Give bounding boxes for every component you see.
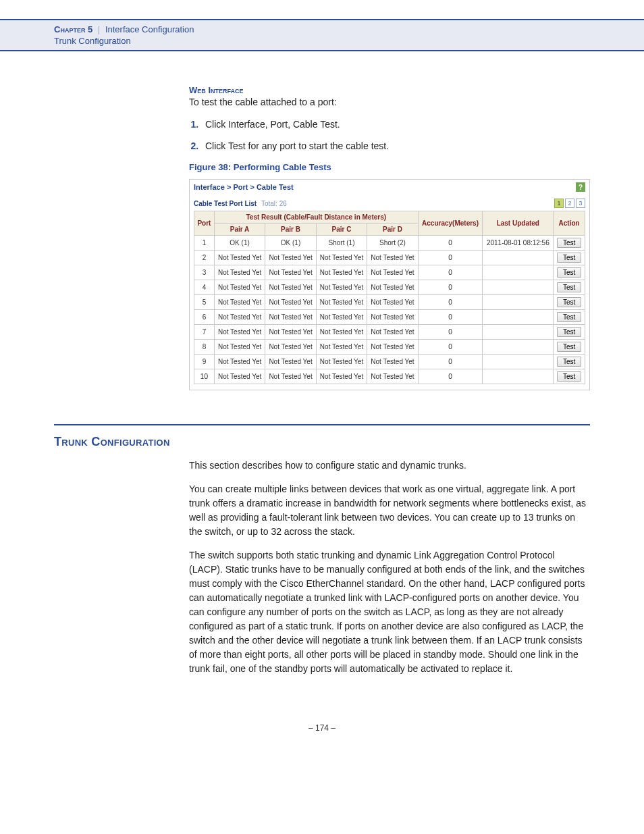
table-cell: Not Tested Yet [316, 340, 367, 355]
table-row: 3Not Tested YetNot Tested YetNot Tested … [194, 265, 585, 280]
test-button[interactable]: Test [557, 312, 581, 322]
table-cell: 3 [194, 265, 215, 280]
table-cell [483, 251, 554, 265]
table-row: 4Not Tested YetNot Tested YetNot Tested … [194, 280, 585, 295]
test-button[interactable]: Test [557, 357, 581, 367]
table-cell: 0 [418, 295, 483, 310]
table-cell: 8 [194, 340, 215, 355]
table-cell: Not Tested Yet [367, 340, 418, 355]
test-button[interactable]: Test [557, 371, 581, 382]
page-button-2[interactable]: 2 [565, 199, 574, 208]
table-cell: Not Tested Yet [214, 325, 265, 340]
table-cell [483, 310, 554, 325]
test-button[interactable]: Test [557, 297, 581, 307]
table-cell: Not Tested Yet [316, 310, 367, 325]
table-cell: Not Tested Yet [214, 280, 265, 295]
header-separator: | [98, 24, 100, 34]
col-group: Test Result (Cable/Fault Distance in Met… [214, 211, 418, 224]
table-cell: Not Tested Yet [265, 295, 316, 310]
action-cell: Test [554, 355, 585, 369]
table-row: 2Not Tested YetNot Tested YetNot Tested … [194, 251, 585, 265]
table-cell: Not Tested Yet [316, 355, 367, 369]
test-button[interactable]: Test [557, 327, 581, 337]
table-cell: 2 [194, 251, 215, 265]
table-cell: 10 [194, 369, 215, 384]
table-cell: Not Tested Yet [367, 295, 418, 310]
list-total-text: Total: 26 [261, 200, 287, 207]
table-cell: 1 [194, 236, 215, 251]
table-cell: Short (2) [367, 236, 418, 251]
table-cell: Not Tested Yet [265, 310, 316, 325]
table-cell: Not Tested Yet [214, 310, 265, 325]
section-divider [54, 424, 590, 425]
action-cell: Test [554, 340, 585, 355]
table-cell: Not Tested Yet [316, 325, 367, 340]
trunk-heading: Trunk Configuration [54, 435, 590, 449]
table-cell: 7 [194, 325, 215, 340]
table-cell: 2011-08-01 08:12:56 [483, 236, 554, 251]
table-cell: Not Tested Yet [265, 355, 316, 369]
table-cell: OK (1) [214, 236, 265, 251]
chapter-label: Chapter 5 [54, 24, 92, 34]
page-number: – 174 – [54, 723, 590, 733]
test-button[interactable]: Test [557, 267, 581, 278]
table-row: 1OK (1)OK (1)Short (1)Short (2)02011-08-… [194, 236, 585, 251]
table-cell: 0 [418, 236, 483, 251]
table-cell [483, 355, 554, 369]
pagination: 123 [553, 199, 585, 208]
steps-list: Click Interface, Port, Cable Test. Click… [189, 119, 590, 151]
table-cell: 0 [418, 355, 483, 369]
trunk-p2: You can create multiple links between de… [189, 482, 590, 539]
test-button[interactable]: Test [557, 342, 581, 352]
col-pair-c: Pair C [316, 224, 367, 236]
table-cell [483, 265, 554, 280]
action-cell: Test [554, 265, 585, 280]
action-cell: Test [554, 369, 585, 384]
col-pair-b: Pair B [265, 224, 316, 236]
table-cell: 6 [194, 310, 215, 325]
table-row: 7Not Tested YetNot Tested YetNot Tested … [194, 325, 585, 340]
table-cell: 4 [194, 280, 215, 295]
trunk-p3: The switch supports both static trunking… [189, 548, 590, 676]
table-cell: Not Tested Yet [316, 265, 367, 280]
table-cell: 0 [418, 310, 483, 325]
table-cell: Not Tested Yet [214, 340, 265, 355]
test-button[interactable]: Test [557, 253, 581, 263]
page-button-1[interactable]: 1 [554, 199, 564, 208]
table-cell: Not Tested Yet [265, 369, 316, 384]
table-cell: Not Tested Yet [214, 355, 265, 369]
table-cell: Not Tested Yet [367, 325, 418, 340]
col-updated: Last Updated [483, 211, 554, 236]
test-button[interactable]: Test [557, 282, 581, 292]
help-icon[interactable]: ? [576, 182, 585, 192]
action-cell: Test [554, 280, 585, 295]
table-cell [483, 340, 554, 355]
action-cell: Test [554, 251, 585, 265]
col-accuracy: Accuracy(Meters) [418, 211, 483, 236]
table-row: 10Not Tested YetNot Tested YetNot Tested… [194, 369, 585, 384]
page-button-3[interactable]: 3 [576, 199, 585, 208]
table-cell: Not Tested Yet [265, 280, 316, 295]
figure-breadcrumb: Interface > Port > Cable Test [194, 183, 294, 191]
table-cell: Not Tested Yet [367, 369, 418, 384]
test-button[interactable]: Test [557, 238, 581, 248]
action-cell: Test [554, 295, 585, 310]
table-row: 8Not Tested YetNot Tested YetNot Tested … [194, 340, 585, 355]
table-cell: Not Tested Yet [316, 251, 367, 265]
col-action: Action [554, 211, 585, 236]
web-interface-intro: To test the cable attached to a port: [189, 95, 590, 109]
table-cell: Not Tested Yet [265, 325, 316, 340]
table-cell: Short (1) [316, 236, 367, 251]
cable-test-table: Port Test Result (Cable/Fault Distance i… [194, 211, 585, 384]
table-cell: 0 [418, 280, 483, 295]
list-label-text: Cable Test Port List [194, 200, 257, 207]
step-1: Click Interface, Port, Cable Test. [201, 119, 590, 130]
table-cell: 0 [418, 325, 483, 340]
web-interface-heading: Web Interface [189, 85, 590, 95]
action-cell: Test [554, 310, 585, 325]
action-cell: Test [554, 236, 585, 251]
table-cell: Not Tested Yet [367, 265, 418, 280]
table-cell: 0 [418, 265, 483, 280]
col-pair-a: Pair A [214, 224, 265, 236]
table-cell: Not Tested Yet [367, 280, 418, 295]
